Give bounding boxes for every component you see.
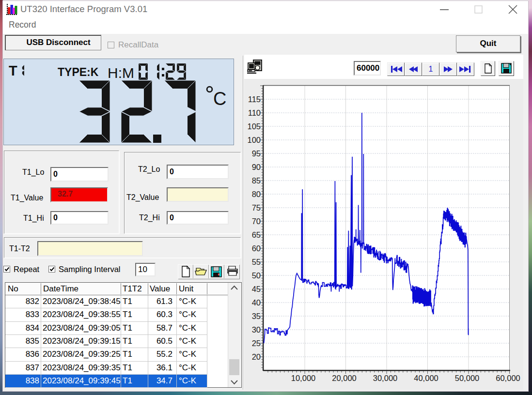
- svg-text:30,000: 30,000: [373, 374, 397, 382]
- svg-text:35: 35: [252, 312, 261, 320]
- svg-text:85: 85: [252, 176, 261, 185]
- svg-text:60: 60: [252, 244, 261, 253]
- svg-text:70: 70: [252, 217, 261, 226]
- svg-text:50,000: 50,000: [455, 374, 479, 382]
- svg-text:40: 40: [252, 298, 261, 307]
- svg-text:30: 30: [252, 325, 261, 334]
- svg-text:110: 110: [248, 108, 261, 117]
- svg-text:95: 95: [252, 149, 261, 158]
- svg-text:75: 75: [252, 203, 261, 212]
- svg-text:40,000: 40,000: [414, 374, 438, 382]
- svg-text:55: 55: [252, 258, 261, 266]
- svg-text:90: 90: [252, 163, 261, 171]
- svg-text:65: 65: [252, 230, 261, 239]
- svg-text:80: 80: [252, 190, 261, 198]
- svg-text:105: 105: [247, 122, 261, 131]
- svg-text:25: 25: [252, 339, 261, 348]
- svg-text:45: 45: [252, 285, 261, 293]
- svg-text:20,000: 20,000: [332, 374, 356, 382]
- svg-text:60,000: 60,000: [496, 374, 520, 382]
- svg-text:100: 100: [247, 136, 261, 144]
- svg-text:50: 50: [252, 271, 261, 280]
- svg-text:10,000: 10,000: [291, 374, 315, 382]
- svg-text:115: 115: [248, 95, 261, 104]
- svg-text:20: 20: [252, 352, 261, 361]
